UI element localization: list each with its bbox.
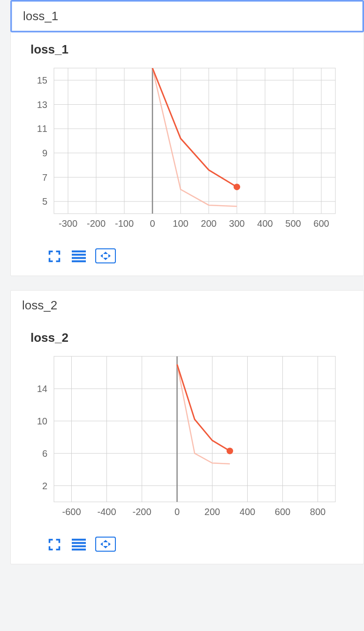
y-tick: 7 bbox=[42, 172, 47, 183]
x-tick: 100 bbox=[173, 218, 188, 229]
svg-rect-20 bbox=[72, 254, 86, 256]
x-tick: 200 bbox=[205, 507, 220, 517]
svg-rect-39 bbox=[54, 356, 335, 502]
y-tick: 2 bbox=[42, 481, 47, 491]
panel-loss_1: loss_1 loss_1 -300-200-10001002003004005… bbox=[10, 0, 364, 276]
x-tick: 600 bbox=[313, 218, 329, 229]
svg-rect-45 bbox=[72, 549, 86, 551]
chart-title: loss_2 bbox=[30, 331, 347, 345]
x-tick: -400 bbox=[97, 507, 116, 517]
series-smoothed bbox=[177, 364, 230, 451]
svg-rect-43 bbox=[72, 542, 86, 544]
panel-header-label: loss_2 bbox=[22, 298, 57, 312]
y-tick: 10 bbox=[37, 416, 47, 426]
fullscreen-icon[interactable] bbox=[46, 248, 62, 264]
svg-rect-42 bbox=[72, 539, 86, 541]
chart-plot[interactable]: -600-400-2000200400600800261014 bbox=[30, 352, 347, 530]
chart-toolbar bbox=[46, 248, 347, 264]
svg-rect-19 bbox=[72, 251, 86, 253]
x-tick: 200 bbox=[201, 218, 216, 229]
svg-rect-21 bbox=[72, 257, 86, 259]
log-scale-icon[interactable] bbox=[71, 537, 87, 553]
x-tick: -300 bbox=[59, 218, 77, 229]
series-raw bbox=[152, 68, 237, 207]
panel-header-label: loss_1 bbox=[23, 9, 58, 23]
svg-marker-46 bbox=[103, 540, 108, 542]
x-tick: 300 bbox=[229, 218, 244, 229]
y-tick: 13 bbox=[37, 100, 47, 110]
chart-toolbar bbox=[46, 537, 347, 553]
svg-marker-49 bbox=[108, 542, 111, 546]
y-tick: 6 bbox=[42, 448, 47, 459]
series-end-marker bbox=[234, 184, 240, 190]
x-tick: -100 bbox=[115, 218, 134, 229]
series-raw bbox=[177, 364, 230, 464]
y-tick: 11 bbox=[37, 123, 47, 134]
svg-marker-24 bbox=[103, 258, 108, 260]
fit-domain-icon[interactable] bbox=[95, 537, 116, 552]
y-tick: 5 bbox=[42, 196, 47, 207]
svg-marker-47 bbox=[103, 546, 108, 548]
y-tick: 15 bbox=[37, 75, 47, 85]
x-tick: -600 bbox=[62, 507, 81, 517]
panel-loss_2: loss_2 loss_2 -600-400-20002004006008002… bbox=[10, 290, 364, 564]
log-scale-icon[interactable] bbox=[71, 248, 87, 264]
chart-plot[interactable]: -300-200-1000100200300400500600579111315 bbox=[30, 63, 347, 242]
panel-body: loss_1 -300-200-100010020030040050060057… bbox=[11, 32, 364, 276]
x-tick: 0 bbox=[150, 218, 155, 229]
svg-marker-25 bbox=[100, 254, 103, 258]
x-tick: -200 bbox=[132, 507, 151, 517]
panel-header[interactable]: loss_1 bbox=[10, 0, 364, 32]
x-tick: 500 bbox=[285, 218, 301, 229]
x-tick: 0 bbox=[174, 507, 180, 517]
panel-body: loss_2 -600-400-2000200400600800261014 bbox=[11, 320, 364, 564]
series-smoothed bbox=[152, 68, 237, 187]
svg-rect-22 bbox=[72, 261, 86, 262]
x-tick: 600 bbox=[275, 507, 290, 517]
fit-domain-icon[interactable] bbox=[95, 248, 116, 263]
x-tick: 400 bbox=[257, 218, 273, 229]
svg-marker-23 bbox=[103, 252, 108, 254]
x-tick: -200 bbox=[87, 218, 106, 229]
svg-rect-44 bbox=[72, 546, 86, 547]
svg-marker-48 bbox=[100, 542, 103, 546]
fullscreen-icon[interactable] bbox=[46, 537, 62, 553]
y-tick: 14 bbox=[37, 384, 47, 394]
panel-header[interactable]: loss_2 bbox=[11, 291, 364, 320]
x-tick: 800 bbox=[310, 507, 326, 517]
x-tick: 400 bbox=[240, 507, 255, 517]
svg-marker-26 bbox=[108, 254, 111, 258]
chart-title: loss_1 bbox=[30, 42, 347, 57]
series-end-marker bbox=[227, 448, 233, 454]
y-tick: 9 bbox=[42, 148, 47, 158]
